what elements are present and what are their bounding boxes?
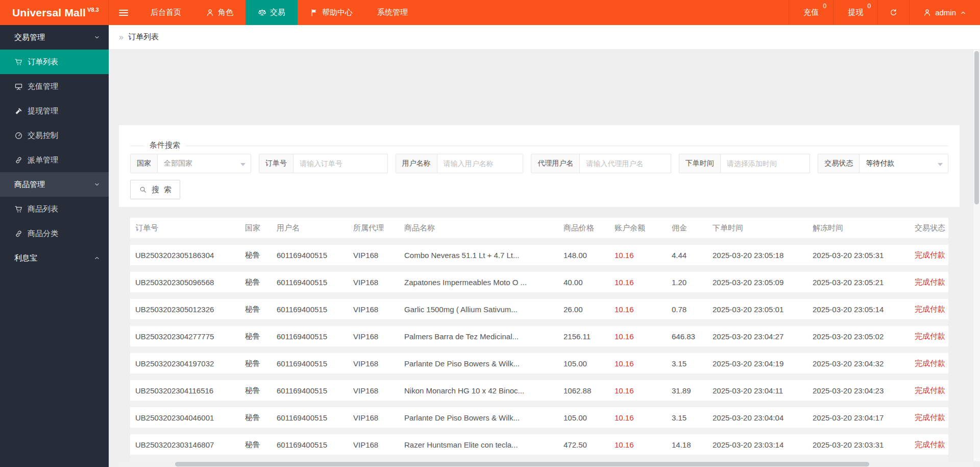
topnav-item-label: 系统管理 — [377, 8, 408, 17]
cell-order_time: 2025-03-20 23:05:09 — [707, 278, 807, 287]
menu-toggle-icon[interactable] — [109, 0, 138, 25]
topnav-item-label: 后台首页 — [151, 8, 181, 17]
sidebar-item-goods-list[interactable]: 商品列表 — [0, 197, 109, 221]
sidebar-item-goods-category[interactable]: 商品分类 — [0, 221, 109, 246]
search-button[interactable]: 搜索 — [130, 180, 180, 199]
sidebar-item-goods-management[interactable]: 商品管理 — [0, 172, 109, 197]
cell-price: 105.00 — [558, 413, 609, 422]
topnav-item-system[interactable]: 系统管理 — [365, 0, 420, 25]
table-row: UB2503202304046001秘鲁601169400515VIP168Pa… — [130, 407, 948, 428]
search-field-username: 用户名称 — [396, 154, 524, 173]
order-no-input[interactable] — [293, 154, 388, 173]
app-version: V8.3 — [87, 7, 99, 13]
sidebar-item-recharge-management[interactable]: 充值管理 — [0, 74, 109, 99]
sidebar-item-trade-control[interactable]: 交易控制 — [0, 123, 109, 148]
cell-order_no: UB2503202305012326 — [130, 305, 240, 314]
field-label-trade-status: 交易状态 — [818, 154, 860, 173]
table-row: UB2503202304277775秘鲁601169400515VIP168Pa… — [130, 326, 948, 346]
flag-icon — [310, 8, 318, 17]
orders-table: 订单号国家用户名所属代理商品名称商品价格账户余额佣金下单时间解冻时间交易状态UB… — [119, 218, 960, 467]
cell-username: 601169400515 — [272, 305, 348, 314]
cell-username: 601169400515 — [272, 332, 348, 341]
cell-product: Combo Neveras 51.1 Lt + 4.7 Lt... — [399, 251, 558, 260]
user-menu[interactable]: admin — [909, 0, 980, 25]
col-header-order_time: 下单时间 — [707, 223, 807, 233]
cell-country: 秘鲁 — [240, 277, 272, 287]
breadcrumb-separator-icon: » — [119, 33, 124, 42]
field-label-order-time: 下单时间 — [679, 154, 721, 173]
recharge-label: 充值 — [803, 8, 819, 17]
cell-product: Parlante De Piso Bowers & Wilk... — [399, 359, 558, 368]
order-time-input[interactable] — [721, 154, 811, 173]
cell-status: 完成付款 — [910, 386, 948, 395]
cell-unfreeze_time: 2025-03-20 23:05:14 — [807, 305, 910, 314]
cell-commission: 3.15 — [667, 359, 707, 368]
cell-unfreeze_time: 2025-03-20 23:05:21 — [807, 278, 910, 287]
cell-balance: 10.16 — [609, 413, 667, 422]
cell-agent: VIP168 — [348, 386, 399, 395]
topnav-item-roles[interactable]: 角色 — [193, 0, 246, 25]
app-title: Universal Mall — [12, 7, 86, 19]
cell-agent: VIP168 — [348, 359, 399, 368]
cell-country: 秘鲁 — [240, 386, 272, 395]
cell-order_no: UB2503202305186304 — [130, 251, 240, 260]
cart-icon — [14, 205, 23, 214]
cell-balance: 10.16 — [609, 359, 667, 368]
sidebar-item-withdraw-management[interactable]: 提现管理 — [0, 99, 109, 123]
sidebar-item-interest-treasure[interactable]: 利息宝 — [0, 246, 109, 270]
sidebar-item-label: 商品管理 — [14, 180, 45, 190]
vertical-scrollbar[interactable] — [973, 50, 980, 461]
cell-status: 完成付款 — [910, 250, 948, 260]
vertical-scrollbar-thumb[interactable] — [974, 51, 979, 204]
cell-status: 完成付款 — [910, 332, 948, 341]
cell-order_time: 2025-03-20 23:04:19 — [707, 359, 807, 368]
cell-balance: 10.16 — [609, 386, 667, 395]
link-icon — [14, 229, 23, 238]
trade-status-select[interactable]: 等待付款 — [860, 154, 948, 173]
topnav-item-help-center[interactable]: 帮助中心 — [298, 0, 365, 25]
cell-order_time: 2025-03-20 23:05:01 — [707, 305, 807, 314]
cell-commission: 4.44 — [667, 251, 707, 260]
cell-status: 完成付款 — [910, 359, 948, 368]
table-row: UB2503202305186304秘鲁601169400515VIP168Co… — [130, 245, 948, 265]
sidebar-item-dispatch-management[interactable]: 派单管理 — [0, 148, 109, 172]
chevron-up-icon — [93, 254, 101, 262]
cell-order_no: UB2503202304197032 — [130, 359, 240, 368]
agent-username-input[interactable] — [580, 154, 671, 173]
country-select[interactable]: 全部国家 — [158, 154, 251, 173]
cell-unfreeze_time: 2025-03-20 23:03:31 — [807, 440, 910, 449]
cell-status: 完成付款 — [910, 413, 948, 423]
topnav-item-home[interactable]: 后台首页 — [138, 0, 193, 25]
sidebar-item-label: 利息宝 — [14, 253, 37, 263]
horizontal-scrollbar-thumb[interactable] — [175, 462, 869, 466]
sidebar-item-trade-management[interactable]: 交易管理 — [0, 25, 109, 50]
cell-order_no: UB2503202304046001 — [130, 413, 240, 422]
table-header-row: 订单号国家用户名所属代理商品名称商品价格账户余额佣金下单时间解冻时间交易状态 — [130, 218, 948, 238]
recharge-button[interactable]: 充值 0 — [789, 0, 833, 25]
horizontal-scrollbar[interactable] — [119, 461, 973, 467]
withdraw-button[interactable]: 提现 0 — [833, 0, 877, 25]
cell-product: Nikon Monarch HG 10 x 42 Binoc... — [399, 386, 558, 395]
topnav-item-trade[interactable]: 交易 — [246, 0, 298, 25]
app-logo: Universal Mall V8.3 — [0, 0, 109, 25]
refresh-button[interactable] — [877, 0, 909, 25]
field-label-order-no: 订单号 — [259, 154, 293, 173]
sidebar-item-order-list[interactable]: 订单列表 — [0, 50, 109, 74]
sidebar-item-label: 充值管理 — [28, 82, 58, 91]
cell-order_no: UB2503202303146807 — [130, 440, 240, 449]
cell-balance: 10.16 — [609, 440, 667, 449]
cell-price: 2156.11 — [558, 332, 609, 341]
withdraw-label: 提现 — [848, 8, 863, 17]
cell-unfreeze_time: 2025-03-20 23:04:23 — [807, 386, 910, 395]
cell-commission: 1.20 — [667, 278, 707, 287]
content-area: 条件搜索 国家全部国家订单号用户名称代理用户名下单时间交易状态等待付款 搜索 订… — [109, 50, 980, 467]
cell-product: Palmers Barra de Tez Medicinal... — [399, 332, 558, 341]
cell-username: 601169400515 — [272, 413, 348, 422]
field-label-username: 用户名称 — [396, 154, 437, 173]
cell-price: 105.00 — [558, 359, 609, 368]
field-label-country: 国家 — [131, 154, 158, 173]
cell-status: 完成付款 — [910, 277, 948, 287]
sidebar-item-label: 商品列表 — [28, 204, 58, 214]
cell-unfreeze_time: 2025-03-20 23:05:31 — [807, 251, 910, 260]
username-input[interactable] — [437, 154, 524, 173]
